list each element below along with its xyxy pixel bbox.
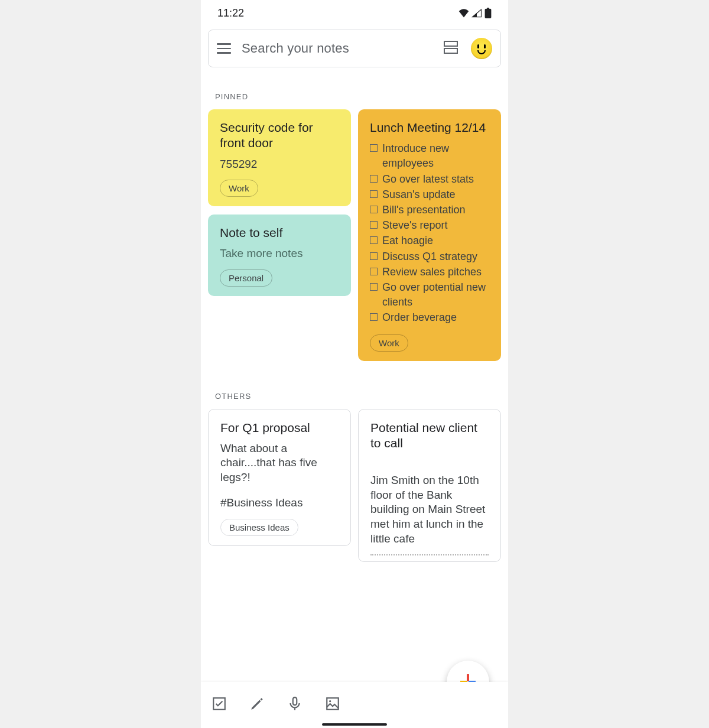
note-title: Security code for front door — [220, 120, 339, 151]
app-screen: 11:22 Search your notes PINNED Security … — [201, 0, 508, 728]
status-icons — [458, 8, 492, 18]
signal-icon — [471, 8, 482, 18]
checklist-item: Go over latest stats — [370, 172, 489, 187]
note-potential-client[interactable]: Potential new client to call Jim Smith o… — [358, 409, 501, 563]
note-body: Take more notes — [220, 246, 339, 261]
svg-rect-8 — [327, 698, 339, 710]
note-tag: Work — [370, 334, 408, 352]
note-title: For Q1 proposal — [220, 420, 339, 436]
note-separator — [370, 554, 489, 555]
bottom-toolbar — [201, 682, 508, 728]
note-checklist: Introduce new employees Go over latest s… — [370, 141, 489, 325]
checklist-item: Bill's presentation — [370, 203, 489, 217]
new-list-icon[interactable] — [212, 696, 227, 714]
note-body: Jim Smith on the 10th floor of the Bank … — [370, 473, 489, 546]
checklist-item: Susan's update — [370, 187, 489, 202]
status-bar: 11:22 — [201, 0, 508, 24]
svg-rect-0 — [444, 41, 457, 46]
note-title: Potential new client to call — [370, 420, 489, 451]
checklist-item: Introduce new employees — [370, 141, 489, 171]
account-avatar[interactable] — [471, 38, 492, 59]
note-tag: Work — [220, 180, 258, 197]
checklist-item: Steve's report — [370, 218, 489, 233]
pinned-notes: Security code for front door 755292 Work… — [201, 109, 508, 361]
battery-icon — [484, 8, 492, 18]
checkbox-icon — [370, 252, 378, 260]
checkbox-icon — [370, 283, 378, 291]
svg-point-9 — [329, 700, 331, 702]
checkbox-icon — [370, 175, 378, 183]
checklist-item: Review sales pitches — [370, 265, 489, 280]
note-to-self[interactable]: Note to self Take more notes Personal — [208, 214, 351, 296]
note-tag: Personal — [220, 269, 272, 287]
checkbox-icon — [370, 190, 378, 198]
note-tag: Business Ideas — [220, 519, 298, 536]
new-image-icon[interactable] — [325, 696, 340, 714]
nav-handle[interactable] — [322, 723, 387, 726]
checklist-item: Discuss Q1 strategy — [370, 249, 489, 264]
checkbox-icon — [370, 206, 378, 213]
others-label: OTHERS — [215, 392, 494, 401]
note-body-secondary: #Business Ideas — [220, 496, 339, 511]
pinned-label: PINNED — [215, 92, 494, 101]
note-body: 755292 — [220, 157, 339, 172]
view-toggle-icon[interactable] — [441, 38, 460, 58]
note-q1-proposal[interactable]: For Q1 proposal What about a chair....th… — [208, 409, 351, 546]
search-bar[interactable]: Search your notes — [208, 30, 501, 67]
new-drawing-icon[interactable] — [249, 696, 265, 714]
note-title: Lunch Meeting 12/14 — [370, 120, 489, 135]
svg-rect-2 — [467, 674, 469, 681]
new-audio-icon[interactable] — [287, 696, 303, 714]
other-notes: For Q1 proposal What about a chair....th… — [201, 409, 508, 563]
checkbox-icon — [370, 221, 378, 229]
checkbox-icon — [370, 236, 378, 244]
status-time: 11:22 — [217, 7, 244, 20]
checklist-item: Go over potential new clients — [370, 280, 489, 310]
note-security-code[interactable]: Security code for front door 755292 Work — [208, 109, 351, 206]
note-body: What about a chair....that has five legs… — [220, 441, 339, 485]
note-title: Note to self — [220, 225, 339, 240]
wifi-icon — [458, 8, 469, 18]
svg-rect-1 — [444, 48, 457, 53]
checkbox-icon — [370, 144, 378, 152]
checkbox-icon — [370, 313, 378, 321]
menu-icon[interactable] — [217, 40, 231, 57]
checklist-item: Eat hoagie — [370, 233, 489, 248]
note-lunch-meeting[interactable]: Lunch Meeting 12/14 Introduce new employ… — [358, 109, 501, 361]
svg-rect-7 — [293, 697, 297, 705]
search-input[interactable]: Search your notes — [242, 41, 431, 56]
checkbox-icon — [370, 268, 378, 275]
checklist-item: Order beverage — [370, 310, 489, 325]
